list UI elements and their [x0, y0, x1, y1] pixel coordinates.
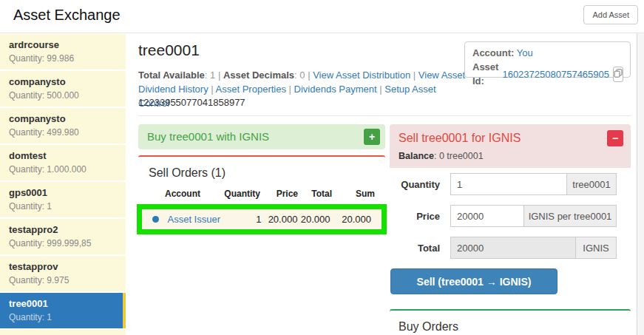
sidebar-item-companysto-2[interactable]: companysto Quantity: 499.980 [0, 108, 126, 143]
total-input [450, 237, 576, 259]
balance-label: Balance [399, 151, 434, 161]
total-label: Total [390, 243, 450, 254]
asset-issuer-link[interactable]: Asset Issuer [167, 214, 220, 225]
asset-quantity: Quantity: 1 [9, 312, 117, 322]
asset-name: domtest [9, 150, 117, 161]
sidebar-item-gps0001[interactable]: gps0001 Quantity: 1 [0, 182, 126, 217]
sidebar-item-ardrcourse[interactable]: ardrcourse Quantity: 99.986 [0, 34, 126, 70]
asset-name: testapprov [9, 261, 117, 272]
sidebar-item-domtest[interactable]: domtest Quantity: 1.000.000 [0, 145, 126, 180]
account-row: Account: You [472, 46, 623, 60]
asset-name: companysto [9, 76, 117, 87]
total-unit-addon: IGNIS [576, 237, 617, 259]
separator: | [211, 84, 213, 95]
buy-asset-panel-header: Buy tree0001 with IGNIS + [138, 124, 385, 149]
buy-orders-title: Buy Orders [390, 311, 631, 335]
account-info-box: Account: You Asset Id: 16023725080757465… [464, 41, 631, 78]
asset-id-label: Asset Id: [472, 60, 498, 88]
buy-orders-panel: Buy Orders [390, 309, 631, 335]
top-bar: Asset Exchange Add Asset [0, 0, 644, 33]
price-row: Price IGNIS per tree0001 [390, 205, 631, 227]
order-account-cell: Asset Issuer [167, 214, 220, 225]
sell-submit-button[interactable]: Sell (tree0001 → IGNIS) [390, 268, 557, 294]
column-total: Total [298, 189, 332, 199]
separator: | [308, 70, 310, 81]
selected-item-stripe [123, 293, 126, 328]
quantity-unit-addon: tree0001 [567, 173, 617, 195]
column-account: Account [165, 189, 217, 199]
sell-orders-table-header: Account Quantity Price Total Sum [138, 189, 385, 203]
total-row: Total IGNIS [390, 237, 631, 259]
orders-column: Buy tree0001 with IGNIS + Sell Orders (1… [138, 124, 385, 335]
asset-id-link[interactable]: 16023725080757465905 [502, 67, 609, 81]
page-title: Asset Exchange [13, 7, 121, 24]
asset-id-text: 12233955077041858977 [138, 97, 245, 108]
copy-asset-id-button[interactable] [613, 67, 623, 82]
asset-page-title: tree0001 [138, 41, 200, 59]
asset-quantity: Quantity: 500.000 [9, 90, 117, 101]
sidebar-item-companysto[interactable]: companysto Quantity: 500.000 [0, 71, 126, 106]
order-price-cell: 20.000 [262, 214, 298, 225]
asset-name: gps0001 [9, 187, 117, 198]
sell-orders-panel: Sell Orders (1) Account Quantity Price T… [138, 155, 385, 335]
quantity-row: Quantity tree0001 [390, 173, 631, 195]
order-status-dot-icon [152, 216, 159, 223]
asset-exchange-page: Asset Exchange Add Asset ardrcourse Quan… [0, 0, 644, 335]
divider [138, 115, 631, 116]
asset-quantity: Quantity: 9.975 [9, 275, 117, 285]
quantity-input-group: tree0001 [450, 173, 617, 195]
expand-buy-panel-button[interactable]: + [364, 129, 380, 145]
asset-properties-link[interactable]: Asset Properties [216, 84, 286, 95]
asset-quantity: Quantity: 999.999,85 [9, 238, 117, 248]
sell-column: Sell tree0001 for IGNIS − Balance: 0 tre… [390, 124, 631, 335]
separator: | [379, 84, 382, 95]
asset-sidebar: ardrcourse Quantity: 99.986 companysto Q… [0, 34, 126, 335]
asset-decimals-value: : 0 [294, 70, 305, 81]
sidebar-item-testappro2[interactable]: testappro2 Quantity: 999.999,85 [0, 219, 126, 254]
column-price: Price [260, 189, 298, 199]
add-asset-button[interactable]: Add Asset [583, 5, 638, 24]
balance-line: Balance: 0 tree0001 [399, 151, 622, 161]
dot-cell [142, 214, 167, 225]
collapse-sell-panel-button[interactable]: − [607, 130, 623, 146]
sidebar-item-tree0001-selected[interactable]: tree0001 Quantity: 1 [0, 293, 126, 328]
sidebar-item-partial[interactable] [0, 330, 126, 335]
separator: | [413, 70, 416, 81]
asset-quantity: Quantity: 499.980 [9, 127, 117, 138]
sidebar-item-testapprov[interactable]: testapprov Quantity: 9.975 [0, 256, 126, 291]
sell-asset-panel-title: Sell tree0001 for IGNIS [399, 132, 622, 145]
scrollbar-track [637, 33, 644, 335]
price-unit-addon: IGNIS per tree0001 [524, 205, 617, 227]
column-quantity: Quantity [217, 189, 260, 199]
sell-order-row[interactable]: Asset Issuer 1 20.000 20.000 20.000 [142, 209, 382, 229]
dividends-payment-link[interactable]: Dividends Payment [294, 84, 377, 95]
price-input[interactable] [450, 205, 524, 227]
view-asset-distribution-link[interactable]: View Asset Distribution [313, 70, 410, 81]
quantity-input[interactable] [450, 173, 567, 195]
asset-name: testappro2 [9, 224, 117, 235]
price-label: Price [390, 211, 450, 222]
order-sum-cell: 20.000 [330, 214, 371, 225]
asset-id-row: Asset Id: 16023725080757465905 [472, 60, 623, 88]
separator: | [218, 70, 220, 81]
price-input-group: IGNIS per tree0001 [450, 205, 617, 227]
sell-asset-panel-header: Sell tree0001 for IGNIS − Balance: 0 tre… [390, 124, 631, 168]
balance-value: : 0 tree0001 [434, 151, 484, 161]
buy-asset-panel-title: Buy tree0001 with IGNIS [147, 130, 269, 143]
order-quantity-cell: 1 [220, 214, 262, 225]
highlight-box: Asset Issuer 1 20.000 20.000 20.000 [137, 204, 387, 234]
quantity-label: Quantity [390, 179, 450, 190]
sell-orders-title: Sell Orders (1) [138, 157, 385, 189]
asset-name: companysto [9, 113, 117, 124]
asset-quantity: Quantity: 1.000.000 [9, 164, 117, 175]
total-input-group: IGNIS [450, 237, 617, 259]
copy-icon [614, 69, 623, 80]
account-link[interactable]: You [517, 47, 533, 58]
asset-decimals-label: Asset Decimals [223, 70, 294, 81]
asset-name: ardrcourse [9, 39, 117, 50]
asset-name: tree0001 [9, 298, 117, 309]
sell-form: Quantity tree0001 Price IGNIS per tree00… [390, 168, 631, 294]
asset-quantity: Quantity: 99.986 [9, 53, 117, 64]
total-available-value: : 1 [205, 70, 215, 81]
column-sum: Sum [332, 189, 375, 199]
